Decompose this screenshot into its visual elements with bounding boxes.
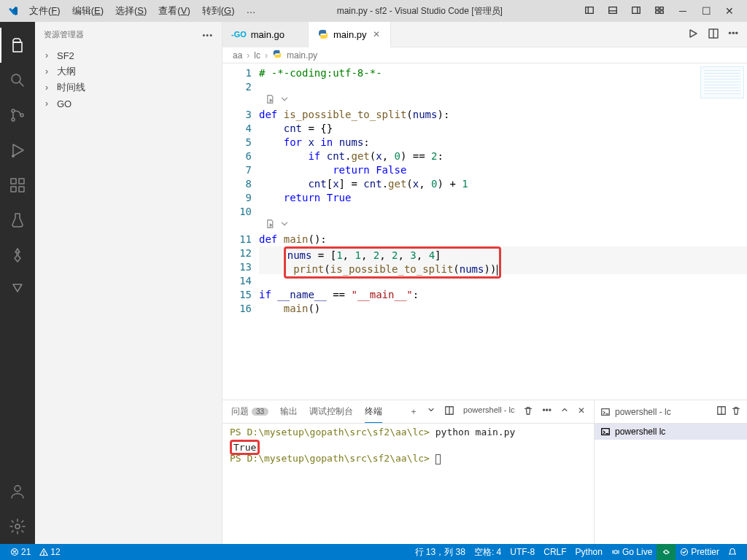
vscode-logo-icon [7,5,19,17]
terminal[interactable]: PS D:\mysetup\gopath\src\sf2\aa\lc> pyth… [222,424,594,544]
split-editor-icon[interactable] [708,28,719,42]
minimize-button[interactable]: ─ [673,5,693,17]
editor-tab[interactable]: -GOmain.go [222,22,309,47]
layout-sidebar-left-icon[interactable] [579,5,600,18]
svg-line-11 [20,82,23,86]
activity-source-control[interactable] [0,98,35,133]
sidebar-section[interactable]: ›GO [35,96,222,112]
terminal-dropdown-icon[interactable] [427,405,436,418]
code-line[interactable]: if cnt.get(x, 0) == 2: [259,149,747,163]
menu-item[interactable]: 选择(S) [111,3,151,19]
kill-terminal-icon[interactable] [731,405,741,418]
menu-item[interactable]: 查看(V) [154,3,194,19]
line-gutter: 12345678910111213141516 [222,63,259,400]
editor-tab[interactable]: main.py✕ [309,22,391,47]
status-go-live[interactable]: Go Live [607,544,657,560]
menu-overflow[interactable]: … [242,3,260,19]
code-editor[interactable]: 12345678910111213141516 # -*-coding:utf-… [222,63,747,400]
status-warnings[interactable]: 12 [35,544,64,560]
layout-panel-icon[interactable] [603,5,623,18]
status-ext-icon[interactable] [657,544,676,560]
activity-account[interactable] [0,474,35,509]
status-spaces[interactable]: 空格: 4 [470,544,506,560]
close-tab-icon[interactable]: ✕ [371,29,382,39]
status-notifications-icon[interactable] [724,544,741,560]
panel-tab[interactable]: 问题33 [231,401,268,422]
sidebar-section-label: 大纲 [57,65,76,78]
code-line[interactable]: main() [259,302,747,316]
breadcrumb-item[interactable]: main.py [287,50,317,61]
code-line[interactable]: if __name__ == "__main__": [259,288,747,302]
status-errors[interactable]: 21 [6,544,35,560]
breadcrumb-item[interactable]: aa [233,50,242,61]
code-line[interactable] [259,94,747,108]
activity-testing[interactable] [0,203,35,238]
code-line[interactable] [259,80,747,94]
kill-terminal-icon[interactable] [523,405,533,418]
code-line[interactable]: # -*-coding:utf-8-*- [259,66,747,80]
terminal-list-item[interactable]: powershell lc [595,424,747,440]
code-line[interactable]: for x in nums: [259,136,747,149]
activity-explorer[interactable] [0,28,35,63]
svg-rect-6 [656,7,659,9]
code-line[interactable] [259,274,747,288]
minimap[interactable] [700,66,744,98]
activity-extensions[interactable] [0,168,35,203]
run-file-icon[interactable] [687,28,699,42]
code-line[interactable]: def main(): [259,233,747,246]
split-terminal-icon[interactable] [716,405,727,418]
breadcrumb-item[interactable]: lc [254,50,260,61]
panel-maximize-icon[interactable] [560,405,569,418]
terminal-line: True [230,440,587,453]
terminal-icon [600,407,611,417]
sidebar-section[interactable]: ›大纲 [35,63,222,79]
breadcrumb[interactable]: aa›lc›main.py [222,47,747,63]
menu-item[interactable]: 转到(G) [198,3,239,19]
status-prettier[interactable]: Prettier [676,544,724,560]
code-line[interactable] [259,219,747,233]
menu-item[interactable]: 文件(F) [25,3,65,19]
code-line[interactable]: cnt = {} [259,122,747,136]
svg-point-20 [15,486,20,491]
more-actions-icon[interactable]: ••• [728,28,738,42]
svg-rect-2 [609,7,617,13]
sidebar-section[interactable]: ›时间线 [35,79,222,96]
maximize-button[interactable]: ☐ [696,5,716,17]
panel-tab[interactable]: 调试控制台 [309,401,353,422]
activity-go[interactable] [0,238,35,273]
sidebar-section-label: GO [57,98,71,109]
code-line[interactable]: def is_possible_to_split(nums): [259,108,747,122]
status-cursor[interactable]: 行 13，列 38 [411,544,470,560]
code-line[interactable]: cnt[x] = cnt.get(x, 0) + 1 [259,177,747,191]
panel-more-icon[interactable]: ••• [542,405,551,418]
terminal-line: PS D:\mysetup\gopath\src\sf2\aa\lc> [230,453,587,466]
layout-sidebar-right-icon[interactable] [626,5,646,18]
code-line[interactable]: return False [259,163,747,177]
panel-close-icon[interactable]: ✕ [578,405,585,418]
activity-settings[interactable] [0,509,35,544]
sidebar-section[interactable]: ›SF2 [35,47,222,63]
new-terminal-icon[interactable]: ＋ [409,405,418,418]
tab-label: main.go [251,29,285,40]
chevron-right-icon: › [45,50,54,61]
code-line[interactable]: nums = [1, 1, 2, 2, 3, 4] print(is_possi… [259,246,747,274]
status-eol[interactable]: CRLF [539,544,570,560]
status-language[interactable]: Python [571,544,607,560]
activity-bookmark[interactable] [0,273,35,308]
code-line[interactable] [259,205,747,219]
svg-point-10 [12,74,20,83]
split-terminal-icon[interactable] [444,405,454,418]
activity-run-debug[interactable] [0,133,35,168]
chevron-right-icon: › [45,98,54,109]
menu-item[interactable]: 编辑(E) [68,3,108,19]
terminal-group-label: powershell - lc [463,405,514,418]
status-encoding[interactable]: UTF-8 [506,544,539,560]
customize-layout-icon[interactable] [649,5,670,18]
activity-search[interactable] [0,63,35,98]
panel-tab[interactable]: 输出 [280,401,298,422]
terminal-item-label: powershell lc [615,427,665,437]
panel-tab[interactable]: 终端 [365,401,382,423]
code-line[interactable]: return True [259,191,747,205]
sidebar-more-icon[interactable]: ••• [202,31,213,39]
close-button[interactable]: ✕ [719,5,740,17]
